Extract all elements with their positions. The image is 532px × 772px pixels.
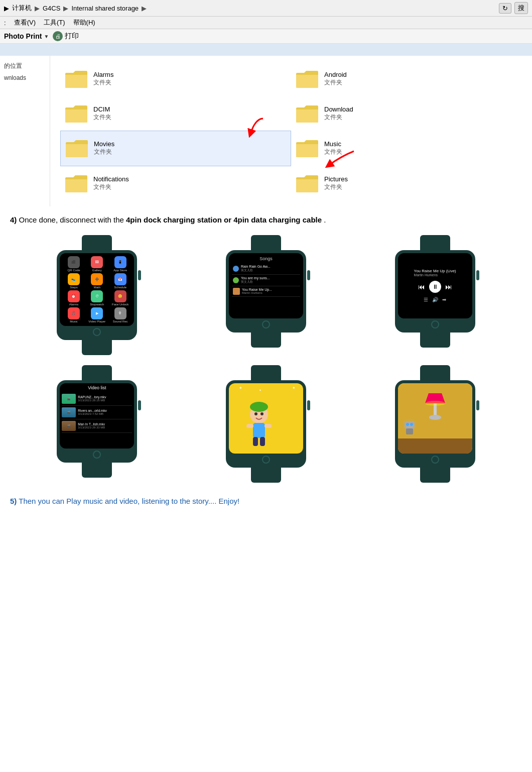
app-appstore: 📱 App Store xyxy=(109,256,131,272)
songs-screen-content: Songs Rain Rain Go Aw... 英文儿歌 You are xyxy=(229,253,303,300)
watches-row1: ⬛ QR Code 🖼 Gallery 📱 App Store xyxy=(0,230,532,360)
cartoon-character2 xyxy=(402,418,417,437)
play-pause-button: ⏸ xyxy=(429,281,441,293)
app-faceunlock-icon: 😊 xyxy=(114,290,126,302)
watch-apps-wrapper: ⬛ QR Code 🖼 Gallery 📱 App Store xyxy=(15,235,179,355)
menu-tools[interactable]: 工具(T) xyxy=(44,18,65,27)
watch-songs: Songs Rain Rain Go Aw... 英文儿歌 You are xyxy=(216,235,316,348)
app-gallery-label: Gallery xyxy=(92,269,102,272)
svg-point-3 xyxy=(254,412,257,415)
app-math-icon: ➕ xyxy=(91,273,103,285)
watch-home-btn-2 xyxy=(262,320,270,328)
folder-download[interactable]: Download 文件夹 xyxy=(291,96,522,131)
app-qrcode-icon: ⬛ xyxy=(68,256,80,268)
step4-text: Once done, disconnect with the xyxy=(19,215,126,224)
folder-pictures[interactable]: Pictures 文件夹 xyxy=(291,166,522,201)
player-screen-content: You Raise Me Up (Live) Martin Hurkens ⏮ … xyxy=(398,253,472,318)
app-music-icon: 🎵 xyxy=(68,307,80,319)
app-alarms-label: Alarms xyxy=(69,303,79,306)
watch-player-wrapper: You Raise Me Up (Live) Martin Hurkens ⏮ … xyxy=(353,235,517,355)
watch-band-top-3 xyxy=(420,235,450,250)
sidebar-downloads[interactable]: wnloads xyxy=(4,74,46,81)
song-icon-1 xyxy=(233,266,239,272)
song-name-2: You are my suns... xyxy=(241,276,299,280)
folder-notifications-text: Notifications 文件夹 xyxy=(93,175,129,191)
folder-dcim-text: DCIM 文件夹 xyxy=(93,105,111,122)
app-schedule: 📅 Schedule xyxy=(109,273,131,289)
next-button: ⏭ xyxy=(445,283,452,291)
svg-point-1 xyxy=(250,402,268,412)
watch-band-bottom-1 xyxy=(82,340,112,355)
path-storage[interactable]: Internal shared storage xyxy=(71,5,139,12)
watch-body-2: Songs Rain Rain Go Aw... 英文儿歌 You are xyxy=(226,250,306,333)
app-stopwatch-label: Stopwatch xyxy=(90,303,104,306)
path-g4cs[interactable]: G4CS xyxy=(43,5,60,12)
expand-button[interactable]: 搜 xyxy=(514,2,528,14)
folder-movies[interactable]: Movies 文件夹 xyxy=(60,131,291,166)
step4-end: . xyxy=(324,215,326,224)
path-computer[interactable]: 计算机 xyxy=(12,4,32,13)
folder-alarms-icon xyxy=(64,69,88,89)
watch-side-button-5 xyxy=(307,400,310,410)
app-faceunlock: 😊 Face Unlock xyxy=(109,290,131,306)
folder-alarms-type: 文件夹 xyxy=(93,78,113,87)
svg-rect-14 xyxy=(405,421,415,429)
song-icon-2 xyxy=(233,277,239,283)
refresh-button[interactable]: ↻ xyxy=(499,3,511,14)
folder-alarms[interactable]: Alarms 文件夹 xyxy=(60,62,291,96)
step5-section: 5) Then you can Play music and video, li… xyxy=(0,488,532,515)
red-arrow-music xyxy=(321,146,361,171)
watch-body-6 xyxy=(395,380,475,468)
print-button[interactable]: 🖨 打印 xyxy=(53,31,79,41)
app-schedule-label: Schedule xyxy=(114,286,126,289)
search-bar xyxy=(0,44,532,56)
watch-home-btn-5 xyxy=(262,456,270,464)
app-math: ➕ Math xyxy=(86,273,108,289)
folder-android[interactable]: Android 文件夹 xyxy=(291,62,522,96)
cartoon-floor xyxy=(398,438,472,454)
cartoon-star-1: ✦ xyxy=(239,386,242,390)
svg-point-12 xyxy=(429,415,441,420)
folder-music[interactable]: Music 文件夹 xyxy=(291,131,522,166)
player-artist-text: Martin Hurkens xyxy=(414,273,456,277)
photo-print-label: Photo Print xyxy=(4,32,42,40)
volume-icon: 🔊 xyxy=(432,297,438,302)
watch-cartoon2 xyxy=(385,365,485,483)
watch-player: You Raise Me Up (Live) Martin Hurkens ⏮ … xyxy=(385,235,485,348)
watch-body-5: ✦ ✦ ✦ xyxy=(226,380,306,468)
song-name-1: Rain Rain Go Aw... xyxy=(241,265,299,268)
watches-row2: Video list 🎬 RAPUNZ...tory.mkv 3/13/2023… xyxy=(0,360,532,488)
video-name-2: Rivers an...orld.mkv xyxy=(78,409,132,412)
folder-dcim-name: DCIM xyxy=(93,105,111,113)
video-thumb-3: 🎬 xyxy=(62,421,76,431)
video-name-1: RAPUNZ...tory.mkv xyxy=(78,395,132,399)
app-videoplayer-label: Video Player xyxy=(88,320,105,323)
watch-screen-cartoon1: ✦ ✦ ✦ xyxy=(229,383,303,454)
menu-help[interactable]: 帮助(H) xyxy=(73,18,95,27)
app-appstore-icon: 📱 xyxy=(114,256,126,268)
folder-alarms-name: Alarms xyxy=(93,71,113,78)
cartoon1-bg: ✦ ✦ ✦ xyxy=(229,383,303,454)
app-soundrec-label: Sound Rec xyxy=(113,320,128,323)
video-meta-3: 3/13/2023 29.33 MB xyxy=(78,426,132,429)
main-area: 的位置 wnloads Alarms 文件夹 xyxy=(0,56,532,206)
photo-print-button[interactable]: Photo Print ▼ xyxy=(4,32,49,40)
sidebar-location[interactable]: 的位置 xyxy=(4,62,46,70)
step4-bold: 4pin dock charging station or 4pin data … xyxy=(126,215,322,224)
watch-body-1: ⬛ QR Code 🖼 Gallery 📱 App Store xyxy=(57,250,137,340)
watch-screen-cartoon2 xyxy=(398,383,472,454)
app-gallery-icon: 🖼 xyxy=(91,256,103,268)
svg-rect-17 xyxy=(406,428,413,434)
menu-view[interactable]: 查看(V) xyxy=(14,18,36,27)
cartoon-star-2: ✦ xyxy=(259,388,261,392)
watch-home-btn-3 xyxy=(431,320,439,328)
song-icon-3 xyxy=(233,288,240,295)
shuffle-icon: ➡ xyxy=(442,297,446,302)
folder-download-icon xyxy=(295,103,319,124)
folder-movies-icon xyxy=(65,138,89,158)
watch-band-top-2 xyxy=(251,235,281,250)
folder-notifications[interactable]: Notifications 文件夹 xyxy=(60,166,291,201)
video-name-3: Man In T...lish.mkv xyxy=(78,422,132,426)
video-meta-2: 3/13/2023 7.52 MB xyxy=(78,412,132,415)
watch-band-top-4 xyxy=(82,365,112,380)
